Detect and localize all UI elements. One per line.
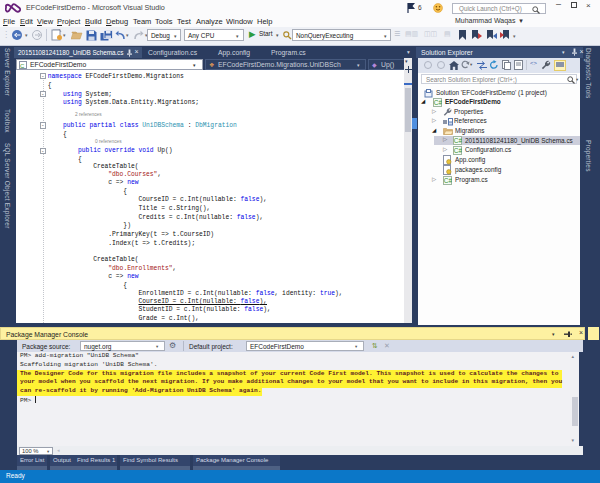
svg-text:C#: C# xyxy=(434,99,442,106)
svg-text:C#: C# xyxy=(454,147,462,154)
svg-text:C: C xyxy=(20,63,25,69)
svg-text:C#: C# xyxy=(454,137,462,144)
svg-text:C#: C# xyxy=(444,177,452,184)
